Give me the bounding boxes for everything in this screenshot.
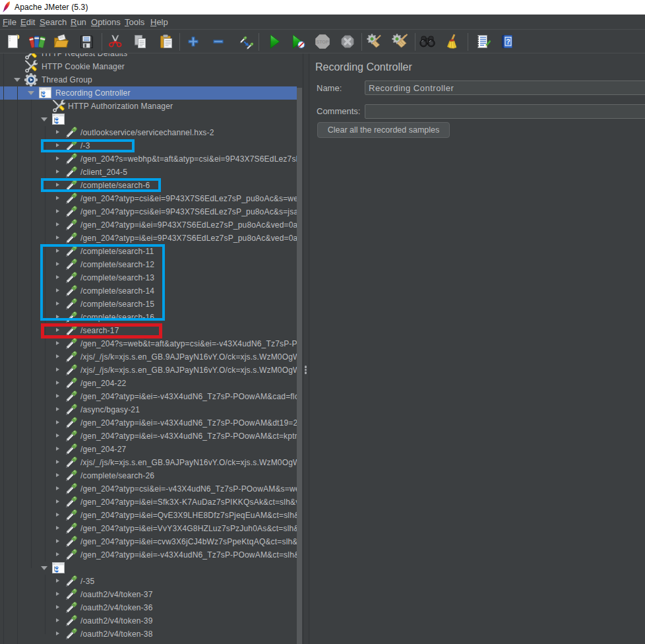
svg-text:STOP: STOP xyxy=(317,40,329,44)
svg-text:?: ? xyxy=(506,38,510,46)
